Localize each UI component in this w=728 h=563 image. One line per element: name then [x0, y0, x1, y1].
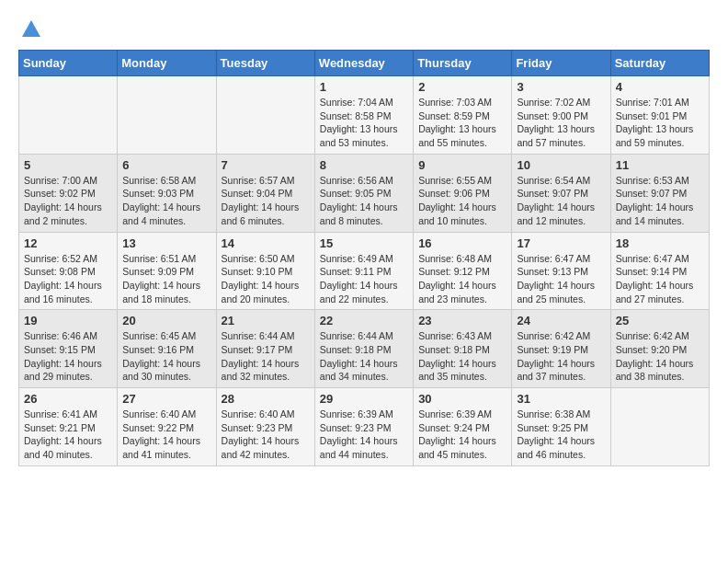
calendar-header: SundayMondayTuesdayWednesdayThursdayFrid…	[19, 51, 710, 76]
day-number: 30	[418, 392, 506, 406]
logo	[18, 18, 42, 40]
day-number: 2	[418, 80, 506, 94]
day-number: 28	[222, 392, 310, 406]
day-number: 12	[24, 236, 112, 250]
day-info: Sunrise: 6:43 AM Sunset: 9:18 PM Dayligh…	[418, 329, 506, 384]
calendar-cell: 4Sunrise: 7:01 AM Sunset: 9:01 PM Daylig…	[610, 76, 709, 155]
day-info: Sunrise: 7:00 AM Sunset: 9:02 PM Dayligh…	[24, 174, 112, 228]
day-number: 9	[418, 158, 506, 172]
calendar-body: 1Sunrise: 7:04 AM Sunset: 8:58 PM Daylig…	[19, 76, 710, 466]
day-number: 22	[320, 314, 408, 327]
day-number: 21	[222, 314, 310, 327]
calendar-cell: 11Sunrise: 6:53 AM Sunset: 9:07 PM Dayli…	[610, 154, 709, 232]
calendar-cell: 19Sunrise: 6:46 AM Sunset: 9:15 PM Dayli…	[19, 310, 118, 388]
day-number: 4	[616, 80, 704, 94]
day-number: 13	[122, 236, 210, 250]
day-info: Sunrise: 6:44 AM Sunset: 9:17 PM Dayligh…	[222, 329, 310, 384]
day-info: Sunrise: 6:52 AM Sunset: 9:08 PM Dayligh…	[24, 252, 112, 306]
day-number: 31	[517, 392, 605, 406]
day-info: Sunrise: 6:50 AM Sunset: 9:10 PM Dayligh…	[222, 252, 310, 306]
calendar-cell	[19, 76, 118, 155]
day-number: 25	[616, 314, 704, 327]
day-number: 24	[517, 314, 605, 327]
weekday-header: Thursday	[414, 51, 512, 76]
day-info: Sunrise: 7:04 AM Sunset: 8:58 PM Dayligh…	[320, 96, 408, 150]
calendar-cell: 17Sunrise: 6:47 AM Sunset: 9:13 PM Dayli…	[512, 232, 610, 310]
day-info: Sunrise: 6:45 AM Sunset: 9:16 PM Dayligh…	[122, 329, 210, 384]
day-info: Sunrise: 6:42 AM Sunset: 9:19 PM Dayligh…	[517, 329, 605, 384]
day-number: 14	[222, 236, 310, 250]
calendar-cell: 31Sunrise: 6:38 AM Sunset: 9:25 PM Dayli…	[512, 388, 610, 466]
day-number: 8	[320, 158, 408, 172]
day-info: Sunrise: 6:58 AM Sunset: 9:03 PM Dayligh…	[122, 174, 210, 228]
calendar-cell: 13Sunrise: 6:51 AM Sunset: 9:09 PM Dayli…	[118, 232, 216, 310]
day-number: 23	[418, 314, 506, 327]
calendar-week-row: 1Sunrise: 7:04 AM Sunset: 8:58 PM Daylig…	[19, 76, 710, 155]
day-info: Sunrise: 6:47 AM Sunset: 9:14 PM Dayligh…	[616, 252, 704, 306]
svg-marker-0	[22, 20, 40, 37]
calendar-cell: 20Sunrise: 6:45 AM Sunset: 9:16 PM Dayli…	[118, 310, 216, 388]
day-info: Sunrise: 6:39 AM Sunset: 9:23 PM Dayligh…	[320, 408, 408, 462]
calendar-cell: 29Sunrise: 6:39 AM Sunset: 9:23 PM Dayli…	[314, 388, 413, 466]
calendar-cell: 9Sunrise: 6:55 AM Sunset: 9:06 PM Daylig…	[414, 154, 512, 232]
calendar-cell: 2Sunrise: 7:03 AM Sunset: 8:59 PM Daylig…	[414, 76, 512, 155]
day-number: 19	[24, 314, 112, 327]
day-info: Sunrise: 6:39 AM Sunset: 9:24 PM Dayligh…	[418, 408, 506, 462]
day-info: Sunrise: 6:57 AM Sunset: 9:04 PM Dayligh…	[222, 174, 310, 228]
day-info: Sunrise: 6:51 AM Sunset: 9:09 PM Dayligh…	[122, 252, 210, 306]
day-number: 26	[24, 392, 112, 406]
page-header	[18, 18, 710, 40]
day-info: Sunrise: 6:46 AM Sunset: 9:15 PM Dayligh…	[24, 329, 112, 384]
day-info: Sunrise: 6:53 AM Sunset: 9:07 PM Dayligh…	[616, 174, 704, 228]
day-number: 3	[517, 80, 605, 94]
weekday-row: SundayMondayTuesdayWednesdayThursdayFrid…	[19, 51, 710, 76]
calendar-cell: 10Sunrise: 6:54 AM Sunset: 9:07 PM Dayli…	[512, 154, 610, 232]
day-number: 15	[320, 236, 408, 250]
calendar-cell: 5Sunrise: 7:00 AM Sunset: 9:02 PM Daylig…	[19, 154, 118, 232]
day-number: 20	[122, 314, 210, 327]
calendar-cell: 25Sunrise: 6:42 AM Sunset: 9:20 PM Dayli…	[610, 310, 709, 388]
day-info: Sunrise: 6:49 AM Sunset: 9:11 PM Dayligh…	[320, 252, 408, 306]
calendar-cell	[216, 76, 314, 155]
weekday-header: Sunday	[19, 51, 118, 76]
calendar-cell: 18Sunrise: 6:47 AM Sunset: 9:14 PM Dayli…	[610, 232, 709, 310]
weekday-header: Monday	[118, 51, 216, 76]
calendar-cell: 27Sunrise: 6:40 AM Sunset: 9:22 PM Dayli…	[118, 388, 216, 466]
calendar-cell: 12Sunrise: 6:52 AM Sunset: 9:08 PM Dayli…	[19, 232, 118, 310]
calendar-cell: 1Sunrise: 7:04 AM Sunset: 8:58 PM Daylig…	[314, 76, 413, 155]
day-number: 6	[122, 158, 210, 172]
calendar-cell: 8Sunrise: 6:56 AM Sunset: 9:05 PM Daylig…	[314, 154, 413, 232]
calendar-cell: 14Sunrise: 6:50 AM Sunset: 9:10 PM Dayli…	[216, 232, 314, 310]
day-info: Sunrise: 6:54 AM Sunset: 9:07 PM Dayligh…	[517, 174, 605, 228]
calendar-cell: 22Sunrise: 6:44 AM Sunset: 9:18 PM Dayli…	[314, 310, 413, 388]
day-number: 5	[24, 158, 112, 172]
day-info: Sunrise: 7:03 AM Sunset: 8:59 PM Dayligh…	[418, 96, 506, 150]
day-info: Sunrise: 6:41 AM Sunset: 9:21 PM Dayligh…	[24, 408, 112, 462]
weekday-header: Wednesday	[314, 51, 413, 76]
calendar-week-row: 5Sunrise: 7:00 AM Sunset: 9:02 PM Daylig…	[19, 154, 710, 232]
day-info: Sunrise: 7:02 AM Sunset: 9:00 PM Dayligh…	[517, 96, 605, 150]
weekday-header: Saturday	[610, 51, 709, 76]
day-info: Sunrise: 6:42 AM Sunset: 9:20 PM Dayligh…	[616, 329, 704, 384]
day-number: 10	[517, 158, 605, 172]
calendar-cell: 30Sunrise: 6:39 AM Sunset: 9:24 PM Dayli…	[414, 388, 512, 466]
calendar-cell: 23Sunrise: 6:43 AM Sunset: 9:18 PM Dayli…	[414, 310, 512, 388]
day-number: 16	[418, 236, 506, 250]
calendar-week-row: 12Sunrise: 6:52 AM Sunset: 9:08 PM Dayli…	[19, 232, 710, 310]
calendar-table: SundayMondayTuesdayWednesdayThursdayFrid…	[18, 50, 710, 466]
day-number: 27	[122, 392, 210, 406]
weekday-header: Friday	[512, 51, 610, 76]
day-info: Sunrise: 6:38 AM Sunset: 9:25 PM Dayligh…	[517, 408, 605, 462]
calendar-cell: 24Sunrise: 6:42 AM Sunset: 9:19 PM Dayli…	[512, 310, 610, 388]
day-number: 17	[517, 236, 605, 250]
calendar-cell: 26Sunrise: 6:41 AM Sunset: 9:21 PM Dayli…	[19, 388, 118, 466]
day-number: 7	[222, 158, 310, 172]
calendar-cell: 6Sunrise: 6:58 AM Sunset: 9:03 PM Daylig…	[118, 154, 216, 232]
calendar-cell: 28Sunrise: 6:40 AM Sunset: 9:23 PM Dayli…	[216, 388, 314, 466]
day-number: 11	[616, 158, 704, 172]
day-number: 29	[320, 392, 408, 406]
logo-icon	[20, 18, 42, 40]
day-info: Sunrise: 6:44 AM Sunset: 9:18 PM Dayligh…	[320, 329, 408, 384]
calendar-cell: 7Sunrise: 6:57 AM Sunset: 9:04 PM Daylig…	[216, 154, 314, 232]
day-number: 1	[320, 80, 408, 94]
